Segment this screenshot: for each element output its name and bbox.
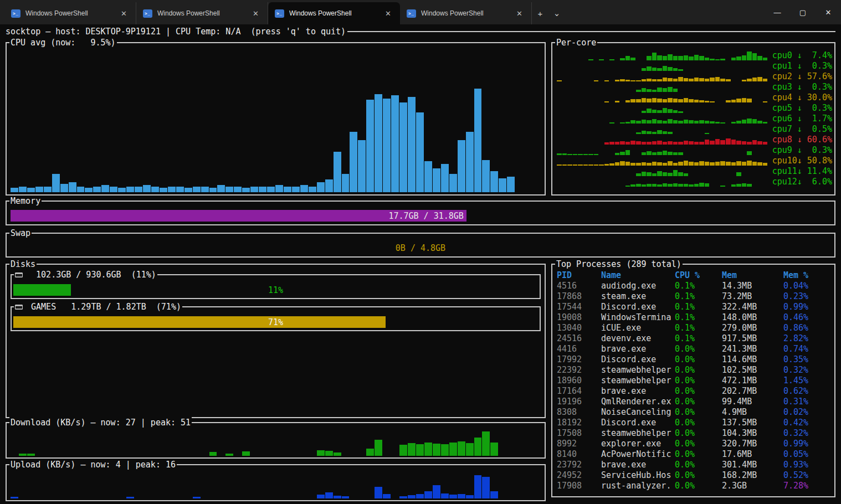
process-pid: 17992 bbox=[557, 354, 601, 365]
chart-bar bbox=[193, 187, 201, 192]
process-mem: 17.6MB bbox=[722, 449, 783, 460]
chart-bar bbox=[647, 66, 652, 71]
core-row: cpu4 ↓ 30.0% bbox=[557, 92, 832, 102]
process-mem-pct: 0.99% bbox=[783, 439, 831, 449]
new-tab-button[interactable]: + bbox=[532, 2, 548, 24]
chart-bar bbox=[250, 187, 258, 192]
tab-dropdown-button[interactable]: ⌄ bbox=[548, 2, 565, 24]
chart-bar bbox=[325, 492, 333, 498]
tab-4[interactable]: >_Windows PowerShell✕ bbox=[400, 2, 532, 24]
chart-bar bbox=[317, 495, 325, 498]
chart-bar bbox=[449, 443, 457, 456]
minimize-button[interactable]: — bbox=[765, 0, 790, 24]
chart-bar bbox=[416, 112, 424, 192]
process-mem: 168.2MB bbox=[722, 470, 783, 481]
disk-usage-label: GAMES 1.29TB / 1.82TB (71%) bbox=[26, 301, 181, 312]
process-cpu: 0.0% bbox=[675, 354, 722, 365]
maximize-button[interactable]: ▢ bbox=[790, 0, 816, 24]
download-title: Download (KB/s) – now: 27 | peak: 51 bbox=[9, 417, 192, 428]
process-cpu: 0.0% bbox=[675, 470, 722, 481]
process-mem: 2.3GB bbox=[722, 481, 783, 491]
chart-bar bbox=[69, 182, 76, 192]
chart-bar bbox=[135, 187, 142, 192]
chart-bar bbox=[482, 477, 490, 498]
chart-bar bbox=[663, 172, 668, 176]
chart-bar bbox=[720, 140, 725, 145]
chart-bar bbox=[652, 184, 657, 187]
chart-bar bbox=[747, 99, 752, 102]
chart-bar bbox=[259, 187, 266, 192]
chart-bar bbox=[474, 475, 482, 498]
terminal-screen[interactable]: socktop — host: DESKTOP-9P19121 | CPU Te… bbox=[0, 24, 841, 504]
chart-bar bbox=[234, 187, 242, 192]
upload-panel: Upload (KB/s) – now: 4 | peak: 16 bbox=[6, 464, 546, 501]
process-cpu: 0.0% bbox=[675, 376, 722, 386]
chart-bar bbox=[284, 187, 291, 192]
process-row: 18960steamwebhelper0.0%472.1MB1.45% bbox=[557, 376, 831, 386]
top-processes-title: Top Processes (289 total) bbox=[555, 259, 683, 270]
chart-bar bbox=[726, 138, 731, 145]
process-row: 17868steam.exe0.1%73.2MB0.23% bbox=[557, 291, 831, 302]
process-pid: 24516 bbox=[557, 333, 601, 344]
chart-bar bbox=[736, 99, 741, 102]
swap-panel: Swap 0B / 4.8GB bbox=[6, 233, 835, 258]
tab-2[interactable]: >_Windows PowerShell✕ bbox=[136, 2, 268, 24]
core-row: cpu12↓ 6.0% bbox=[557, 176, 832, 187]
process-pid: 19008 bbox=[557, 312, 601, 323]
process-pid: 8140 bbox=[557, 449, 601, 460]
close-button[interactable]: ✕ bbox=[816, 0, 841, 24]
process-mem-pct: 2.82% bbox=[783, 333, 831, 344]
per-core-title: Per-core bbox=[555, 37, 597, 48]
process-mem: 241.3MB bbox=[722, 344, 783, 354]
disks-panel: Disks 102.3GB / 930.6GB (11%)11% GAMES 1… bbox=[6, 264, 546, 418]
process-name: steamwebhelper bbox=[601, 376, 675, 386]
disk-gauge: GAMES 1.29TB / 1.82TB (71%)71% bbox=[11, 306, 541, 331]
process-row: 8140AcPowerNotific0.0%17.6MB0.05% bbox=[557, 449, 831, 460]
chart-bar bbox=[668, 161, 673, 166]
core-label: cpu7 ↓ 0.5% bbox=[768, 124, 832, 134]
chart-bar bbox=[143, 185, 151, 192]
tab-close-icon[interactable]: ✕ bbox=[249, 8, 262, 19]
chart-bar bbox=[657, 99, 662, 102]
tab-close-icon[interactable]: ✕ bbox=[513, 8, 526, 19]
swap-title: Swap bbox=[9, 228, 32, 239]
chart-bar bbox=[375, 487, 382, 498]
chart-bar bbox=[705, 162, 710, 166]
powershell-icon: >_ bbox=[275, 9, 284, 18]
process-mem: 4.9MB bbox=[722, 407, 783, 418]
chart-bar bbox=[647, 184, 652, 187]
chart-bar bbox=[118, 188, 126, 192]
chart-bar bbox=[657, 171, 662, 176]
chart-bar bbox=[652, 162, 657, 166]
tab-label: Windows PowerShell bbox=[289, 9, 352, 17]
chart-bar bbox=[151, 187, 159, 192]
core-sparkline bbox=[557, 135, 768, 145]
tab-close-icon[interactable]: ✕ bbox=[117, 8, 130, 19]
chart-bar bbox=[747, 119, 752, 124]
chart-bar bbox=[201, 187, 209, 192]
disk-title: GAMES 1.29TB / 1.82TB (71%) bbox=[14, 301, 182, 312]
chart-bar bbox=[35, 187, 43, 192]
process-row: 24952ServiceHub.Hos0.0%168.2MB0.52% bbox=[557, 470, 831, 481]
chart-bar bbox=[668, 87, 673, 92]
tab-close-icon[interactable]: ✕ bbox=[382, 8, 394, 19]
chart-bar bbox=[60, 184, 68, 192]
chart-bar bbox=[474, 89, 482, 192]
tab-3-active[interactable]: >_Windows PowerShell✕ bbox=[268, 2, 400, 24]
chart-bar bbox=[689, 162, 694, 166]
chart-bar bbox=[507, 177, 515, 192]
chart-bar bbox=[77, 187, 85, 192]
chart-bar bbox=[642, 120, 647, 124]
chart-bar bbox=[747, 161, 752, 166]
tab-1[interactable]: >_Windows PowerShell✕ bbox=[4, 2, 136, 24]
process-cpu: 0.1% bbox=[675, 302, 722, 312]
chart-bar bbox=[193, 497, 201, 498]
chart-bar bbox=[482, 160, 490, 192]
chart-bar bbox=[689, 56, 694, 60]
process-name: AcPowerNotific bbox=[601, 449, 675, 460]
powershell-icon: >_ bbox=[11, 9, 20, 18]
terminal-window: >_Windows PowerShell✕>_Windows PowerShel… bbox=[0, 0, 841, 504]
chart-bar bbox=[636, 184, 641, 187]
chart-bar bbox=[647, 151, 652, 155]
chart-bar bbox=[267, 187, 275, 192]
